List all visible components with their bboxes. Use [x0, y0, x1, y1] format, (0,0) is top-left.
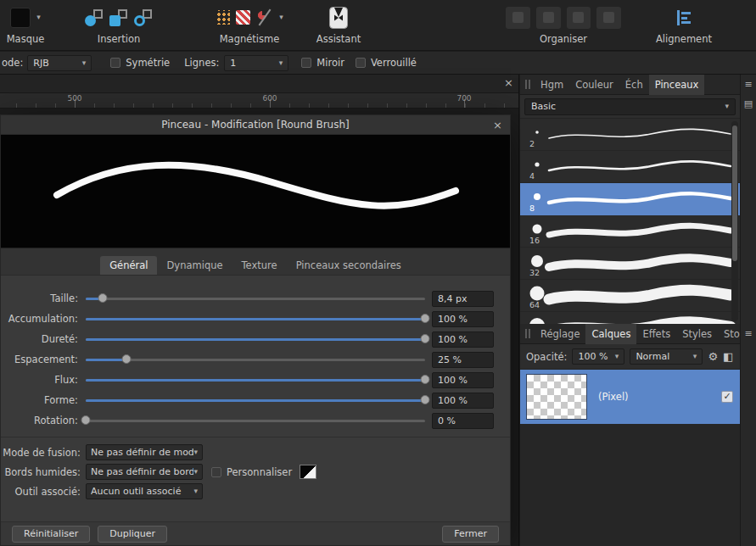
snap-candidates-icon[interactable]	[236, 10, 250, 25]
close-dialog-button[interactable]: Fermer	[442, 526, 499, 543]
scrollbar-thumb[interactable]	[732, 125, 737, 261]
blend-mode-select[interactable]: Ne pas définir de mode d ▾	[86, 444, 203, 460]
slider-value-box[interactable]: 0 %	[432, 413, 494, 429]
blend-ranges-icon[interactable]: ◧	[723, 350, 733, 363]
brush-edit-dialog: Pinceau - Modification [Round Brush] × G…	[0, 114, 511, 546]
tab-texture[interactable]: Texture	[232, 256, 287, 275]
tab-dynamique[interactable]: Dynamique	[157, 256, 232, 275]
slider-row: Dureté: 100 %	[1, 329, 510, 349]
slider-track[interactable]	[86, 288, 425, 309]
layer-item-selected[interactable]: (Pixel) ✓	[520, 370, 740, 424]
scrollbar[interactable]	[731, 121, 738, 321]
tab-couleur[interactable]: Couleur	[569, 75, 619, 95]
opacity-select[interactable]: 100 % ▾	[572, 348, 624, 365]
slider-value-box[interactable]: 100 %	[432, 311, 494, 327]
brush-item[interactable]	[520, 312, 740, 324]
brush-tip-dot	[533, 225, 542, 234]
slider-row: Flux: 100 %	[1, 370, 510, 390]
slider-thumb[interactable]	[81, 415, 91, 425]
slider-value-box[interactable]: 100 %	[432, 372, 494, 388]
slider-thumb[interactable]	[421, 375, 430, 384]
slider-track[interactable]	[86, 349, 425, 370]
tab-styles[interactable]: Styles	[676, 324, 718, 344]
slider-value-box[interactable]: 100 %	[432, 393, 494, 409]
wet-edges-select[interactable]: Ne pas définir de bords h ▾	[86, 464, 203, 480]
lines-label: Lignes:	[184, 57, 219, 69]
chevron-down-icon: ▾	[693, 353, 697, 360]
tab-pinceaux[interactable]: Pinceaux	[649, 75, 705, 95]
tab-pinceaux-secondaires[interactable]: Pinceaux secondaires	[287, 256, 411, 275]
slider-track[interactable]	[86, 370, 425, 390]
close-document-icon[interactable]: ×	[504, 77, 513, 88]
lines-select[interactable]: 1 ▾	[224, 55, 288, 71]
mask-icon[interactable]	[10, 8, 31, 28]
locked-checkbox[interactable]	[356, 58, 366, 68]
tab-effets[interactable]: Effets	[636, 324, 676, 344]
tab-general[interactable]: Général	[100, 256, 157, 275]
associated-tool-select[interactable]: Aucun outil associé ▾	[86, 483, 203, 499]
dialog-title-bar[interactable]: Pinceau - Modification [Round Brush] ×	[1, 115, 510, 135]
slider-track[interactable]	[86, 309, 425, 329]
alignment-icon[interactable]	[676, 10, 692, 25]
layer-blend-mode-select[interactable]: Normal ▾	[630, 348, 703, 365]
personnaliser-checkbox[interactable]	[211, 467, 221, 477]
panel-drag-handle[interactable]	[525, 329, 530, 338]
divider	[1, 437, 510, 437]
brush-item[interactable]: 16	[520, 215, 740, 248]
color-mode-select[interactable]: RJB ▾	[27, 55, 92, 71]
dialog-close-icon[interactable]: ×	[493, 115, 502, 135]
chevron-down-icon: ▾	[279, 59, 283, 67]
brush-item-selected[interactable]: 8	[520, 183, 740, 215]
tab-reglage[interactable]: Réglage	[535, 324, 585, 344]
layer-visibility-checkbox[interactable]: ✓	[721, 391, 733, 403]
slider-thumb[interactable]	[122, 354, 132, 364]
assistant-tuxedo-icon[interactable]	[329, 7, 348, 29]
mirror-checkbox[interactable]	[301, 58, 311, 68]
brush-item[interactable]: 2	[520, 119, 740, 151]
brush-item[interactable]: 64	[520, 280, 740, 312]
insert-on-top-icon[interactable]	[134, 8, 153, 27]
chevron-down-icon[interactable]: ▾	[36, 14, 41, 21]
reset-button[interactable]: Réinitialiser	[12, 526, 90, 543]
insert-behind-icon[interactable]	[85, 8, 104, 27]
right-panel-area: Hgm Couleur Éch Pinceaux Basic ▾ 2 4	[520, 75, 756, 546]
slider-thumb[interactable]	[98, 293, 108, 303]
slider-track[interactable]	[86, 410, 425, 431]
slider-track[interactable]	[86, 329, 425, 349]
panel-drag-handle[interactable]	[525, 80, 530, 89]
tab-calques[interactable]: Calques	[585, 324, 636, 344]
organise-icon-2	[536, 7, 561, 29]
slider-thumb[interactable]	[421, 395, 430, 404]
brush-item[interactable]: 32	[520, 248, 740, 280]
mirror-label: Miroir	[316, 57, 344, 69]
panel-menu-icon[interactable]: ≡	[741, 328, 756, 339]
panel-menu-icon[interactable]: ≡	[741, 79, 756, 90]
brush-stroke-sample	[549, 129, 731, 138]
list-view-icon[interactable]: ▤	[741, 98, 756, 109]
duplicate-button[interactable]: Dupliquer	[98, 526, 167, 543]
chevron-down-icon: ▾	[82, 59, 87, 67]
slider-label: Espacement:	[1, 354, 86, 365]
gear-icon[interactable]: ⚙	[708, 350, 718, 363]
wet-edges-profile-swatch[interactable]	[300, 465, 316, 479]
brush-tip-dot	[534, 193, 540, 200]
tab-histogram[interactable]: Hgm	[535, 75, 569, 95]
dialog-footer: Réinitialiser Dupliquer Fermer	[1, 521, 510, 545]
magnet-icon[interactable]	[256, 8, 273, 27]
chevron-down-icon[interactable]: ▾	[279, 14, 283, 21]
layers-panel-tab-bar: Réglage Calques Effets Styles Stock	[520, 324, 740, 344]
symmetry-checkbox[interactable]	[110, 58, 120, 68]
slider-thumb[interactable]	[421, 314, 430, 323]
tab-echantillon[interactable]: Éch	[619, 75, 649, 95]
brush-item[interactable]: 4	[520, 151, 740, 183]
slider-track[interactable]	[86, 390, 425, 410]
slider-value-box[interactable]: 100 %	[432, 332, 494, 348]
slider-thumb[interactable]	[421, 334, 430, 343]
brush-category-select[interactable]: Basic ▾	[524, 98, 736, 115]
slider-value-box[interactable]: 25 %	[432, 352, 494, 368]
layer-thumbnail[interactable]	[526, 374, 587, 420]
slider-value-box[interactable]: 8,4 px	[432, 291, 494, 307]
blend-mode-row: Mode de fusion: Ne pas définir de mode d…	[1, 443, 510, 462]
insert-inside-icon[interactable]	[109, 8, 128, 27]
snap-grid-icon[interactable]	[216, 10, 230, 25]
